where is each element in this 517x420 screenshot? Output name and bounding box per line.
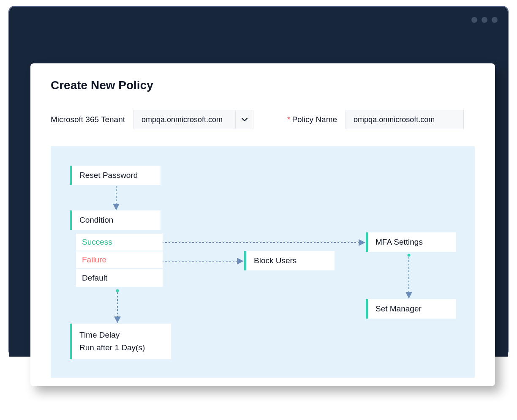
branch-default[interactable]: Default <box>76 269 163 287</box>
flow-canvas: Reset Password Condition Success Failure… <box>51 146 475 378</box>
node-label: MFA Settings <box>376 237 423 247</box>
window-control-dot[interactable] <box>482 17 487 23</box>
svg-point-7 <box>408 254 411 257</box>
node-block-users[interactable]: Block Users <box>244 251 335 270</box>
required-asterisk-icon: * <box>287 115 290 124</box>
node-condition[interactable]: Condition <box>70 210 161 230</box>
window-control-dot[interactable] <box>492 17 498 23</box>
policy-name-label-text: Policy Name <box>292 115 337 124</box>
node-label: Condition <box>79 215 113 225</box>
condition-branches: Success Failure Default <box>76 234 163 287</box>
node-label: Set Manager <box>376 304 422 314</box>
svg-point-1 <box>116 289 119 292</box>
form-row: Microsoft 365 Tenant ompqa.onmicrosoft.c… <box>51 110 475 129</box>
node-reset-password[interactable]: Reset Password <box>70 166 161 185</box>
tenant-select-value: ompqa.onmicrosoft.com <box>134 115 235 124</box>
node-time-delay[interactable]: Time Delay Run after 1 Day(s) <box>70 324 171 359</box>
page-title: Create New Policy <box>51 79 475 92</box>
browser-titlebar <box>9 7 508 33</box>
branch-label: Failure <box>82 255 106 265</box>
policy-panel: Create New Policy Microsoft 365 Tenant o… <box>30 63 495 386</box>
tenant-label: Microsoft 365 Tenant <box>51 115 125 124</box>
tenant-select[interactable]: ompqa.onmicrosoft.com <box>133 110 253 129</box>
policy-name-label: *Policy Name <box>287 115 337 124</box>
branch-success[interactable]: Success <box>76 234 163 251</box>
node-mfa-settings[interactable]: MFA Settings <box>366 232 456 252</box>
node-label: Time Delay <box>79 330 120 340</box>
window-control-dot[interactable] <box>471 17 477 23</box>
policy-name-input[interactable] <box>346 110 464 129</box>
browser-frame: Create New Policy Microsoft 365 Tenant o… <box>8 6 509 357</box>
branch-failure[interactable]: Failure <box>76 251 163 269</box>
browser-body: Create New Policy Microsoft 365 Tenant o… <box>9 33 508 357</box>
node-label: Block Users <box>254 256 297 265</box>
chevron-down-icon <box>235 110 253 129</box>
node-set-manager[interactable]: Set Manager <box>366 299 456 319</box>
branch-label: Default <box>82 273 107 283</box>
branch-label: Success <box>82 237 112 247</box>
node-label: Reset Password <box>79 171 138 180</box>
node-detail: Run after 1 Day(s) <box>79 343 145 352</box>
